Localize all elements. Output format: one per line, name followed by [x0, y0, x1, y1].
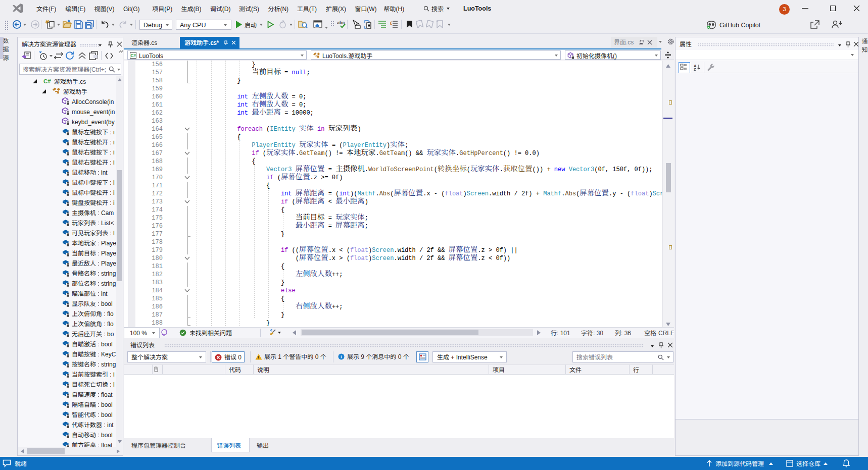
svg-text:Z: Z [694, 67, 696, 71]
svg-text:abc: abc [337, 20, 345, 25]
svg-text:C#: C# [131, 53, 136, 58]
